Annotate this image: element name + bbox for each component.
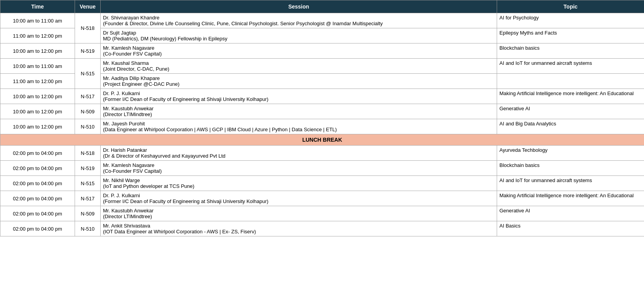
session-detail: (Project Engineer @C-DAC Pune) (103, 81, 494, 87)
venue-cell: N-518 (75, 13, 101, 43)
session-cell: Mr. Kaustubh Anwekar(Director LTIMindtre… (101, 206, 497, 221)
session-detail: (Co-Founder FSV Capital) (103, 51, 494, 57)
table-row: 02:00 pm to 04:00 pmN-510Mr. Ankit Shriv… (0, 221, 644, 236)
session-detail: (Former I/C Dean of Faculty of Engineeri… (103, 198, 494, 204)
time-cell: 10:00 am to 12:00 pm (0, 104, 75, 119)
topic-cell: Ayurveda Techbology (497, 146, 644, 161)
time-cell: 02:00 pm to 04:00 pm (0, 176, 75, 191)
time-cell: 02:00 pm to 04:00 pm (0, 221, 75, 236)
topic-cell: Generative AI (497, 104, 644, 119)
lunch-break-cell: LUNCH BREAK (0, 134, 644, 146)
session-detail: (Data Engineer at Whirlpool Corporation … (103, 127, 494, 132)
time-cell: 02:00 pm to 04:00 pm (0, 191, 75, 206)
session-name: Dr Sujit Jagtap (103, 30, 494, 36)
time-cell: 11:00 am to 12:00 pm (0, 74, 75, 89)
venue-cell: N-519 (75, 161, 101, 176)
session-cell: Mr. Ankit Shrivastava(IOT Data Engineer … (101, 221, 497, 236)
session-detail: (Director LTIMindtree) (103, 111, 494, 117)
session-name: Dr. Shivnarayan Khandre (103, 15, 494, 21)
session-name: Mr. Nikhil Warge (103, 177, 494, 183)
session-cell: Mr. Kaushal Sharma(Joint Director, C-DAC… (101, 59, 497, 74)
table-row: 10:00 am to 12:00 pmN-519Mr. Kamlesh Nag… (0, 43, 644, 59)
session-cell: Dr. P. J. Kulkarni(Former I/C Dean of Fa… (101, 191, 497, 206)
topic-cell: AI Basics (497, 221, 644, 236)
header-venue: Venue (75, 0, 101, 13)
topic-cell: AI and IoT for unmanned aircraft systems (497, 59, 644, 74)
topic-cell: Blockchain basics (497, 43, 644, 59)
session-name: Mr. Ankit Shrivastava (103, 223, 494, 229)
table-row: 02:00 pm to 04:00 pmN-517Dr. P. J. Kulka… (0, 191, 644, 206)
session-cell: Dr. P. J. Kulkarni(Former I/C Dean of Fa… (101, 89, 497, 104)
session-name: Mr. Jayesh Purohit (103, 121, 494, 127)
table-row: 02:00 pm to 04:00 pmN-519Mr. Kamlesh Nag… (0, 161, 644, 176)
session-name: Dr. P. J. Kulkarni (103, 90, 494, 96)
time-cell: 10:00 am to 12:00 pm (0, 119, 75, 134)
session-name: Mr. Kaustubh Anwekar (103, 106, 494, 111)
session-cell: Mr. Kaustubh Anwekar(Director LTIMindtre… (101, 104, 497, 119)
venue-cell: N-510 (75, 221, 101, 236)
topic-cell: Making Artificial Intelligence more inte… (497, 89, 644, 104)
time-cell: 10:00 am to 11:00 am (0, 13, 75, 28)
session-cell: Dr. Harish Patankar(Dr & Director of Kes… (101, 146, 497, 161)
header-topic: Topic (497, 0, 644, 13)
venue-cell: N-515 (75, 59, 101, 89)
session-detail: (Co-Founder FSV Capital) (103, 168, 494, 174)
session-detail: MD (Pediatrics), DM (Neurology) Fellowsh… (103, 36, 494, 42)
venue-cell: N-519 (75, 43, 101, 59)
time-cell: 11:00 am to 12:00 pm (0, 28, 75, 43)
session-cell: Mr. Kamlesh Nagavare(Co-Founder FSV Capi… (101, 43, 497, 59)
time-cell: 10:00 am to 12:00 pm (0, 43, 75, 59)
time-cell: 02:00 pm to 04:00 pm (0, 206, 75, 221)
session-cell: Dr. Shivnarayan Khandre(Founder & Direct… (101, 13, 497, 28)
session-name: Mr. Aaditya Dilip Khapare (103, 75, 494, 81)
schedule-table: Time Venue Session Topic 10:00 am to 11:… (0, 0, 644, 236)
venue-cell: N-510 (75, 119, 101, 134)
session-name: Mr. Kaustubh Anwekar (103, 208, 494, 214)
topic-cell: Blockchain basics (497, 161, 644, 176)
venue-cell: N-517 (75, 89, 101, 104)
time-cell: 02:00 pm to 04:00 pm (0, 146, 75, 161)
table-row: 02:00 pm to 04:00 pmN-518Dr. Harish Pata… (0, 146, 644, 161)
session-name: Dr. P. J. Kulkarni (103, 193, 494, 198)
topic-cell: AI for Psychology (497, 13, 644, 28)
session-detail: (IoT and Python developer at TCS Pune) (103, 183, 494, 189)
table-row: 02:00 pm to 04:00 pmN-515Mr. Nikhil Warg… (0, 176, 644, 191)
venue-cell: N-509 (75, 104, 101, 119)
venue-cell: N-517 (75, 191, 101, 206)
session-detail: (Joint Director, C-DAC, Pune) (103, 66, 494, 72)
table-row: 10:00 am to 12:00 pmN-517Dr. P. J. Kulka… (0, 89, 644, 104)
session-name: Mr. Kamlesh Nagavare (103, 162, 494, 168)
session-name: Mr. Kamlesh Nagavare (103, 45, 494, 51)
time-cell: 10:00 am to 12:00 pm (0, 89, 75, 104)
time-cell: 10:00 am to 11:00 am (0, 59, 75, 74)
topic-cell: AI and IoT for unmanned aircraft systems (497, 176, 644, 191)
session-detail: (Founder & Director, Divine Life Counsel… (103, 21, 494, 26)
time-cell: 02:00 pm to 04:00 pm (0, 161, 75, 176)
topic-cell: Generative AI (497, 206, 644, 221)
table-row: 10:00 am to 12:00 pmN-509Mr. Kaustubh An… (0, 104, 644, 119)
table-row: 10:00 am to 11:00 amN-518Dr. Shivnarayan… (0, 13, 644, 28)
table-row: 10:00 am to 12:00 pmN-510Mr. Jayesh Puro… (0, 119, 644, 134)
topic-cell: Making Artificial Intelligence more inte… (497, 191, 644, 206)
session-cell: Mr. Jayesh Purohit(Data Engineer at Whir… (101, 119, 497, 134)
table-row: 10:00 am to 11:00 amN-515Mr. Kaushal Sha… (0, 59, 644, 74)
topic-cell: Epilepsy Myths and Facts (497, 28, 644, 43)
venue-cell: N-518 (75, 146, 101, 161)
table-row: 02:00 pm to 04:00 pmN-509Mr. Kaustubh An… (0, 206, 644, 221)
header-time: Time (0, 0, 75, 13)
session-detail: (Dr & Director of Keshayurved and Kayayu… (103, 153, 494, 159)
session-name: Dr. Harish Patankar (103, 147, 494, 153)
session-cell: Mr. Aaditya Dilip Khapare(Project Engine… (101, 74, 497, 89)
header-session: Session (101, 0, 497, 13)
table-row: LUNCH BREAK (0, 134, 644, 146)
session-cell: Dr Sujit JagtapMD (Pediatrics), DM (Neur… (101, 28, 497, 43)
session-detail: (IOT Data Engineer at Whirlpool Corporat… (103, 229, 494, 234)
session-cell: Mr. Nikhil Warge(IoT and Python develope… (101, 176, 497, 191)
venue-cell: N-509 (75, 206, 101, 221)
topic-cell (497, 74, 644, 89)
topic-cell: AI and Big Data Analytics (497, 119, 644, 134)
session-cell: Mr. Kamlesh Nagavare(Co-Founder FSV Capi… (101, 161, 497, 176)
venue-cell: N-515 (75, 176, 101, 191)
session-detail: (Director LTIMindtree) (103, 214, 494, 219)
table-body: 10:00 am to 11:00 amN-518Dr. Shivnarayan… (0, 13, 644, 236)
